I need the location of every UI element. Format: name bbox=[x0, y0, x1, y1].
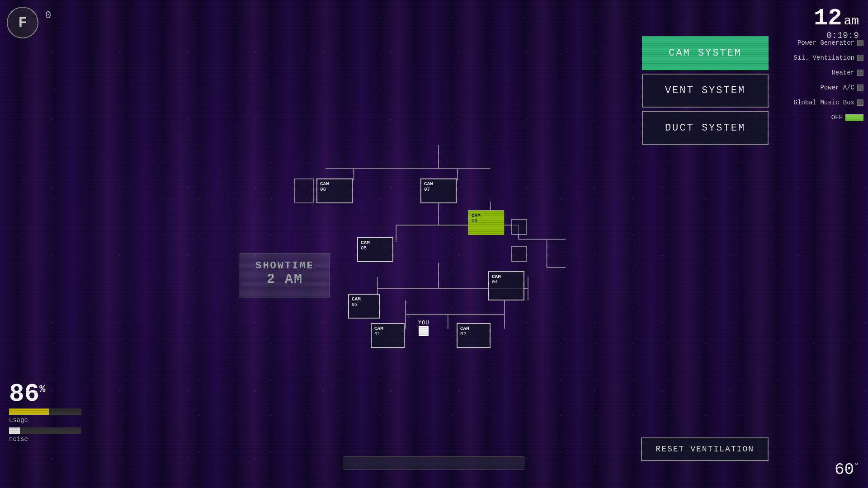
system-buttons-panel: CAM SYSTEM VENT SYSTEM DUCT SYSTEM bbox=[642, 36, 769, 145]
cam-03-node[interactable]: CAM 03 bbox=[348, 294, 380, 319]
time-display: 12am 0:19:9 bbox=[814, 7, 859, 41]
cam-07-node[interactable]: CAM 07 bbox=[420, 178, 457, 203]
off-indicator bbox=[845, 114, 863, 121]
panel-power-ac[interactable]: Power A/C bbox=[773, 81, 863, 94]
cam-02-node[interactable]: CAM 02 bbox=[457, 323, 491, 348]
right-panel: Power Generator Sil. Ventilation Heater … bbox=[773, 36, 863, 124]
panel-off-row[interactable]: OFF bbox=[773, 111, 863, 124]
logo-icon: F bbox=[7, 7, 38, 38]
percent-display: 86% bbox=[9, 381, 81, 407]
cam-system-button[interactable]: CAM SYSTEM bbox=[642, 36, 769, 70]
you-marker: YOU bbox=[418, 320, 429, 336]
degree-symbol: ° bbox=[854, 461, 859, 470]
cam-connectors bbox=[280, 131, 597, 357]
vent-system-button[interactable]: VENT SYSTEM bbox=[642, 74, 769, 108]
power-generator-dot bbox=[857, 40, 863, 46]
noise-bar-fill bbox=[9, 427, 20, 434]
panel-sil-ventilation[interactable]: Sil. Ventilation bbox=[773, 51, 863, 65]
cam-08-node[interactable]: CAM 08 bbox=[316, 178, 353, 203]
reset-ventilation-button[interactable]: RESET VENTILATION bbox=[641, 437, 769, 461]
global-music-box-label: Global Music Box bbox=[794, 99, 854, 106]
cam-04-node[interactable]: CAM 04 bbox=[488, 271, 524, 300]
panel-global-music-box[interactable]: Global Music Box bbox=[773, 96, 863, 109]
temperature-value: 60 bbox=[835, 460, 854, 479]
panel-power-generator[interactable]: Power Generator bbox=[773, 36, 863, 50]
usage-bar-fill bbox=[9, 408, 49, 415]
panel-heater[interactable]: Heater bbox=[773, 66, 863, 80]
usage-bar-container bbox=[9, 408, 81, 415]
score-value: 0 bbox=[45, 10, 51, 21]
camera-map: CAM 08 CAM 07 CAM 06 CAM 05 CAM 04 CAM 0… bbox=[280, 131, 561, 348]
power-ac-dot bbox=[857, 84, 863, 91]
power-generator-label: Power Generator bbox=[797, 39, 854, 47]
percent-sign: % bbox=[39, 384, 45, 395]
you-box bbox=[419, 326, 429, 336]
percent-value: 86 bbox=[9, 380, 39, 408]
cam-01-node[interactable]: CAM 01 bbox=[371, 323, 405, 348]
cam-06-node[interactable]: CAM 06 bbox=[468, 210, 504, 235]
sil-ventilation-label: Sil. Ventilation bbox=[794, 54, 854, 61]
noise-label: noise bbox=[9, 436, 81, 443]
power-ac-label: Power A/C bbox=[820, 84, 854, 91]
bottom-center-bar bbox=[344, 456, 524, 470]
usage-label: usage bbox=[9, 417, 81, 424]
bottom-stats: 86% usage noise bbox=[9, 381, 81, 443]
noise-bar-container bbox=[9, 427, 81, 434]
off-label: OFF bbox=[831, 114, 843, 121]
heater-label: Heater bbox=[832, 69, 854, 76]
ampm-value: am bbox=[844, 14, 859, 28]
cam-right-lower-node[interactable] bbox=[511, 246, 527, 262]
heater-dot bbox=[857, 70, 863, 76]
time-hour: 12am bbox=[814, 7, 859, 30]
cam-right-upper-node[interactable] bbox=[511, 219, 527, 235]
global-music-box-dot bbox=[857, 99, 863, 106]
score-display: 0 bbox=[45, 10, 51, 21]
cam-left-node[interactable] bbox=[294, 178, 314, 203]
hour-value: 12 bbox=[814, 5, 842, 32]
you-label: YOU bbox=[418, 320, 429, 326]
sil-ventilation-dot bbox=[857, 55, 863, 61]
logo-area: F bbox=[7, 7, 38, 38]
cam-05-node[interactable]: CAM 05 bbox=[357, 237, 393, 262]
duct-system-button[interactable]: DUCT SYSTEM bbox=[642, 111, 769, 145]
temperature-display: 60° bbox=[835, 460, 859, 479]
logo-letter: F bbox=[18, 14, 27, 31]
